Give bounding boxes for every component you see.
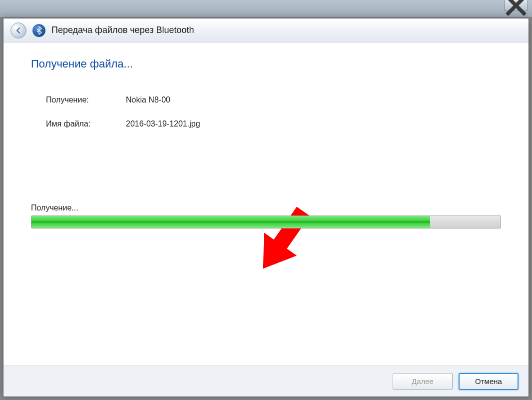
- dialog-footer: Далее Отмена: [3, 366, 529, 396]
- page-heading: Получение файла...: [31, 58, 501, 70]
- filename-value: 2016-03-19-1201.jpg: [126, 120, 501, 128]
- bluetooth-transfer-dialog: Передача файлов через Bluetooth Получени…: [3, 18, 529, 397]
- transfer-info-grid: Получение: Nokia N8-00 Имя файла: 2016-0…: [46, 96, 501, 128]
- filename-label: Имя файла:: [46, 120, 126, 128]
- progress-fill: [31, 216, 430, 228]
- window-button-group: [504, 0, 528, 11]
- source-label: Получение:: [46, 96, 126, 104]
- progress-label: Получение...: [31, 204, 501, 212]
- source-value: Nokia N8-00: [126, 96, 501, 104]
- next-button: Далее: [393, 373, 453, 390]
- cancel-button[interactable]: Отмена: [459, 373, 519, 390]
- background-window-chrome: [0, 0, 532, 17]
- back-button[interactable]: [10, 22, 26, 38]
- dialog-body: Получение файла... Получение: Nokia N8-0…: [3, 42, 529, 366]
- progress-section: Получение...: [31, 204, 501, 228]
- progress-bar: [31, 216, 501, 228]
- close-window-button[interactable]: [504, 0, 528, 11]
- dialog-title: Передача файлов через Bluetooth: [51, 25, 194, 36]
- bluetooth-icon: [32, 24, 45, 37]
- dialog-titlebar: Передача файлов через Bluetooth: [3, 18, 529, 42]
